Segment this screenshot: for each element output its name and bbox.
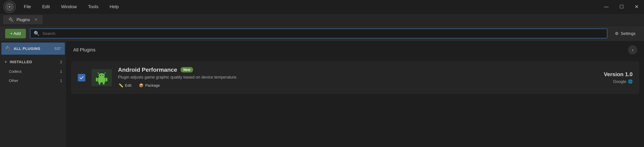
sidebar-item-all-plugins[interactable]: 🔌 ALL PLUGINS 537 [1,42,65,55]
plugin-info: Android Performance New Plugin adjusts g… [118,66,598,89]
main-container: 🔌 ALL PLUGINS 537 ▼ INSTALLED 2 Codecs 1… [0,41,644,147]
content-header: All Plugins › [66,41,644,59]
close-button[interactable]: ✕ [632,3,640,10]
svg-rect-11 [99,82,100,84]
plugin-title-row: Android Performance New [118,66,598,73]
svg-rect-12 [103,82,104,84]
menu-edit[interactable]: Edit [41,4,51,10]
sidebar-item-other[interactable]: Other 1 [0,76,66,85]
plugin-card: Android Performance New Plugin adjusts g… [72,62,639,94]
other-label: Other [9,78,60,83]
sidebar-section-installed: ▼ INSTALLED 2 Codecs 1 Other 1 [0,56,66,86]
menu-window[interactable]: Window [60,4,78,10]
tab-label: Plugins [16,17,30,22]
window-controls: — ☐ ✕ [602,3,640,10]
codecs-count: 1 [60,69,62,74]
svg-point-2 [8,6,10,8]
chevron-down-icon: ▼ [4,60,8,64]
android-icon [95,71,108,84]
search-bar: 🔍 [30,28,608,38]
sidebar: 🔌 ALL PLUGINS 537 ▼ INSTALLED 2 Codecs 1… [0,41,66,147]
author-link-icon: 🌐 [628,80,632,84]
plugins-tab[interactable]: 🔌 Plugins ✕ [4,15,42,24]
app-logo [4,1,16,13]
settings-label: Settings [621,31,636,36]
svg-rect-9 [96,78,98,82]
svg-point-6 [100,75,101,76]
plugin-enabled-checkbox[interactable] [78,74,85,82]
all-plugins-count: 537 [54,46,61,51]
svg-point-5 [98,73,105,78]
content-title: All Plugins [73,47,628,53]
plugin-icon: 🔌 [6,46,11,51]
maximize-button[interactable]: ☐ [618,3,626,10]
sidebar-section-installed-header[interactable]: ▼ INSTALLED 2 [0,57,66,67]
plugin-version: Version 1.0 [604,71,632,78]
plugin-description: Plugin adjusts game graphic quality base… [118,75,598,80]
plugin-actions: ✏️ Edit 📦 Package [118,82,598,89]
titlebar: File Edit Window Tools Help — ☐ ✕ [0,0,644,14]
plugin-icon-container [92,69,112,86]
package-icon: 📦 [139,83,144,88]
installed-section-count: 2 [60,60,62,64]
menu-help[interactable]: Help [108,4,120,10]
content-area: All Plugins › [66,41,644,147]
sidebar-item-codecs[interactable]: Codecs 1 [0,67,66,76]
search-icon: 🔍 [34,31,40,36]
search-input[interactable] [42,31,604,36]
svg-point-7 [102,75,103,76]
toolbar: + Add 🔍 ⚙ Settings [0,26,644,41]
next-nav-button[interactable]: › [628,45,637,54]
plugin-new-badge: New [180,67,193,72]
edit-label: Edit [125,83,132,88]
plugin-author: Google 🌐 [613,79,632,84]
menu-tools[interactable]: Tools [87,4,100,10]
menu-file[interactable]: File [22,4,32,10]
edit-button[interactable]: ✏️ Edit [118,82,132,89]
package-label: Package [145,83,160,88]
codecs-label: Codecs [9,69,60,74]
plugin-author-name: Google [613,79,626,84]
minimize-button[interactable]: — [602,3,611,10]
settings-button[interactable]: ⚙ Settings [612,30,639,38]
tab-plugin-icon: 🔌 [8,17,14,22]
svg-rect-8 [98,77,106,82]
settings-gear-icon: ⚙ [615,31,619,36]
package-button[interactable]: 📦 Package [138,82,160,89]
all-plugins-label: ALL PLUGINS [14,46,52,51]
other-count: 1 [60,78,62,83]
add-button[interactable]: + Add [5,29,26,38]
svg-rect-10 [106,78,108,82]
tab-bar: 🔌 Plugins ✕ [0,14,644,26]
menu-bar: File Edit Window Tools Help [22,4,595,10]
edit-icon: ✏️ [119,83,123,88]
installed-section-label: INSTALLED [10,60,58,64]
tab-close-button[interactable]: ✕ [34,18,38,22]
plugin-meta: Version 1.0 Google 🌐 [604,71,632,84]
plugin-name: Android Performance [118,66,177,73]
